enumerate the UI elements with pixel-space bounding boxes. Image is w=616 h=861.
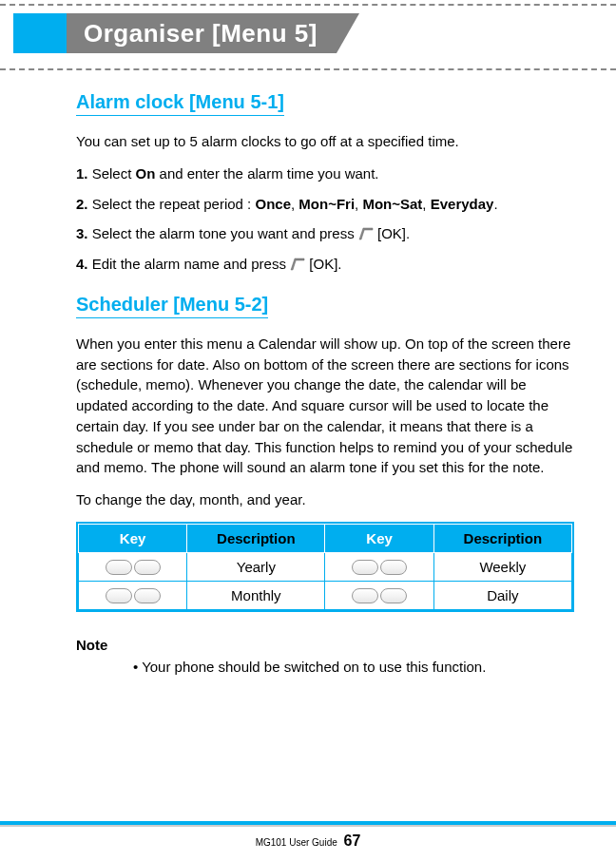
step-4-number: 4.	[76, 256, 88, 272]
scheduler-para1: When you enter this menu a Calendar will…	[76, 334, 574, 478]
step-2-b1: Once	[255, 196, 291, 212]
footer: MG101 User Guide 67	[0, 832, 616, 850]
nav-left-icon	[352, 588, 378, 603]
step-1-bold: On	[136, 165, 156, 182]
footer-accent-bar	[0, 821, 616, 827]
key-hash-icon	[134, 588, 161, 603]
section-heading-alarm: Alarm clock [Menu 5-1]	[76, 91, 284, 116]
table-row: Monthly Daily	[79, 581, 572, 609]
step-3-text-a: Select the alarm tone you want and press	[88, 225, 358, 241]
step-2-b4: Everyday	[431, 196, 494, 212]
th-key-1: Key	[79, 524, 187, 552]
key-cell-weekly	[325, 552, 433, 581]
step-4-text-a: Edit the alarm name and press	[88, 256, 291, 272]
step-4: 4. Edit the alarm name and press [OK].	[76, 254, 574, 275]
step-1-text-c: and enter the alarm time you want.	[155, 165, 378, 182]
step-2-b2: Mon~Fri	[298, 196, 355, 212]
th-desc-2: Description	[433, 524, 571, 552]
nav-down-icon	[380, 560, 407, 575]
th-key-2: Key	[325, 524, 433, 552]
section-heading-scheduler: Scheduler [Menu 5-2]	[76, 294, 268, 318]
key-star-icon	[106, 588, 132, 603]
step-1-text-a: Select	[88, 165, 136, 182]
table-header-row: Key Description Key Description	[79, 524, 572, 552]
step-2: 2. Select the repeat period : Once, Mon~…	[76, 194, 574, 215]
key-cell-monthly	[79, 581, 187, 609]
nav-up-icon	[352, 560, 378, 575]
page-number: 67	[344, 832, 361, 849]
alarm-intro: You can set up to 5 alarm clocks to go o…	[76, 131, 574, 152]
key-3-icon	[134, 560, 161, 575]
step-3-number: 3.	[76, 225, 88, 241]
page-content: Alarm clock [Menu 5-1] You can set up to…	[0, 70, 616, 675]
step-3: 3. Select the alarm tone you want and pr…	[76, 223, 574, 244]
desc-yearly: Yearly	[187, 552, 325, 581]
desc-weekly: Weekly	[433, 552, 571, 581]
desc-monthly: Monthly	[187, 581, 325, 609]
th-desc-1: Description	[187, 524, 325, 552]
step-2-text-a: Select the repeat period :	[88, 196, 256, 212]
scheduler-para2: To change the day, month, and year.	[76, 489, 574, 510]
note-label: Note	[76, 637, 574, 653]
key-cell-yearly	[79, 552, 187, 581]
step-2-sep3: ,	[422, 196, 430, 212]
step-4-text-b: [OK].	[309, 256, 341, 272]
table-row: Yearly Weekly	[79, 552, 572, 581]
desc-daily: Daily	[433, 581, 571, 609]
header-accent-block	[13, 13, 67, 53]
step-2-b3: Mon~Sat	[362, 196, 422, 212]
left-softkey-icon	[290, 258, 305, 271]
step-1-number: 1.	[76, 165, 88, 182]
chapter-tab: Organiser [Menu 5]	[67, 13, 337, 53]
step-3-text-b: [OK].	[377, 225, 410, 241]
nav-right-icon	[380, 588, 407, 603]
step-2-end: .	[493, 196, 497, 212]
page-header: Organiser [Menu 5]	[0, 0, 616, 55]
key-cell-daily	[325, 581, 433, 609]
footer-guide: MG101 User Guide	[256, 837, 337, 848]
step-1: 1. Select On and enter the alarm time yo…	[76, 163, 574, 184]
note-body: • Your phone should be switched on to us…	[76, 659, 574, 675]
left-softkey-icon	[358, 227, 374, 240]
key-1-icon	[106, 560, 132, 575]
key-table: Key Description Key Description Yearly W…	[76, 522, 574, 612]
step-2-number: 2.	[76, 196, 88, 212]
